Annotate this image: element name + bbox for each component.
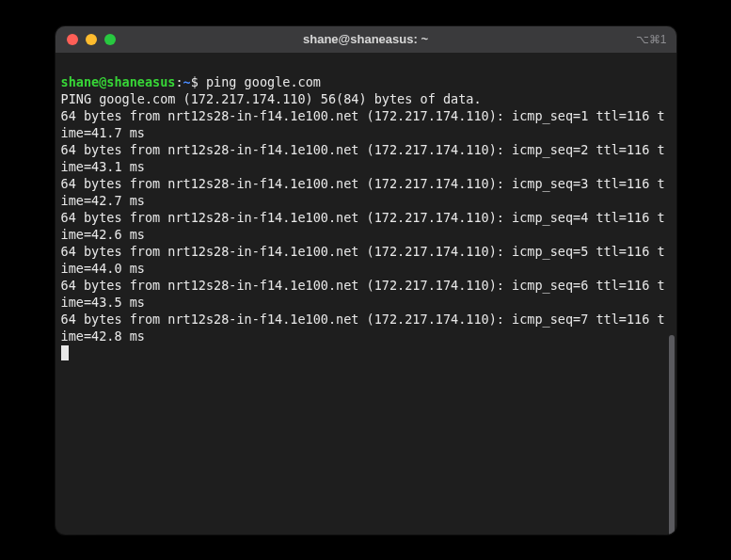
- terminal-window: shane@shaneasus: ~ ⌥⌘1 shane@shaneasus:~…: [56, 26, 676, 535]
- scrollbar-thumb[interactable]: [669, 335, 675, 535]
- prompt-separator: :: [175, 74, 183, 89]
- window-shortcut: ⌥⌘1: [636, 33, 667, 46]
- cursor: [61, 345, 69, 360]
- ping-reply-line: 64 bytes from nrt12s28-in-f14.1e100.net …: [61, 278, 665, 310]
- prompt-dollar: $: [191, 74, 199, 89]
- ping-reply-line: 64 bytes from nrt12s28-in-f14.1e100.net …: [61, 176, 665, 208]
- ping-reply-line: 64 bytes from nrt12s28-in-f14.1e100.net …: [61, 210, 665, 242]
- ping-reply-line: 64 bytes from nrt12s28-in-f14.1e100.net …: [61, 142, 665, 174]
- ping-reply-line: 64 bytes from nrt12s28-in-f14.1e100.net …: [61, 312, 665, 344]
- ping-header: PING google.com (172.217.174.110) 56(84)…: [61, 91, 482, 106]
- ping-reply-line: 64 bytes from nrt12s28-in-f14.1e100.net …: [61, 244, 665, 276]
- fullscreen-button[interactable]: [104, 34, 116, 45]
- close-button[interactable]: [67, 34, 78, 45]
- window-title: shane@shaneasus: ~: [56, 32, 676, 46]
- titlebar[interactable]: shane@shaneasus: ~ ⌥⌘1: [56, 26, 676, 53]
- ping-reply-line: 64 bytes from nrt12s28-in-f14.1e100.net …: [61, 108, 665, 140]
- prompt-user-host: shane@shaneasus: [61, 74, 176, 89]
- prompt-path: ~: [183, 74, 191, 89]
- terminal-body[interactable]: shane@shaneasus:~$ ping google.com PING …: [56, 53, 676, 535]
- minimize-button[interactable]: [86, 34, 97, 45]
- traffic-lights: [56, 34, 116, 45]
- command-text: ping google.com: [206, 74, 321, 89]
